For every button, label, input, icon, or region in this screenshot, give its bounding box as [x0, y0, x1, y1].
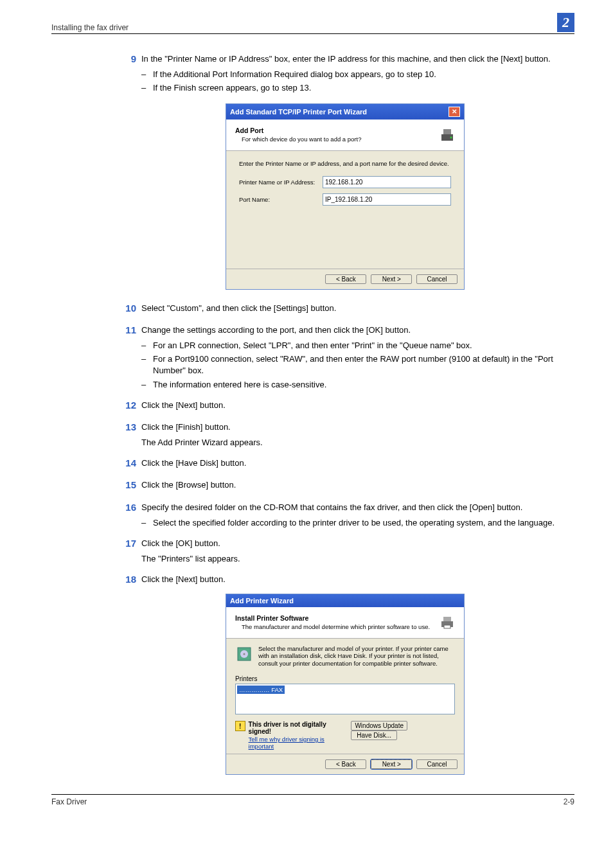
step-note: The "Printers" list appears. — [141, 553, 574, 565]
dialog-subheading: The manufacturer and model determine whi… — [242, 623, 430, 630]
step-text: Click the [Have Disk] button. — [141, 457, 574, 469]
next-button[interactable]: Next > — [371, 274, 412, 284]
dialog-subheading: For which device do you want to add a po… — [242, 136, 361, 143]
dialog-heading: Install Printer Software — [235, 614, 308, 622]
dialog-title: Add Standard TCP/IP Printer Port Wizard — [230, 108, 367, 116]
step-text: In the "Printer Name or IP Address" box,… — [141, 53, 574, 65]
sub-item: For an LPR connection, Select "LPR", and… — [153, 340, 472, 351]
cancel-button[interactable]: Cancel — [416, 274, 458, 284]
dialog-heading: Add Port — [235, 127, 263, 134]
step-text: Click the [Next] button. — [141, 574, 574, 585]
svg-rect-5 — [444, 625, 450, 628]
footer-left: Fax Driver — [51, 797, 87, 806]
page-footer: Fax Driver 2-9 — [51, 794, 574, 806]
ip-address-label: Printer Name or IP Address: — [239, 179, 323, 186]
tcpip-port-wizard-dialog: Add Standard TCP/IP Printer Port Wizard … — [226, 103, 465, 290]
sub-item: For a Port9100 connection, select "RAW",… — [153, 353, 574, 376]
step-number: 12 — [116, 400, 141, 411]
signing-link[interactable]: Tell me why driver signing is important — [249, 736, 349, 750]
back-button[interactable]: < Back — [325, 759, 366, 769]
port-name-label: Port Name: — [239, 196, 323, 203]
svg-rect-1 — [443, 129, 451, 134]
list-item[interactable]: …………… FAX — [237, 686, 285, 694]
have-disk-button[interactable]: Have Disk... — [351, 731, 397, 740]
chapter-number: 2 — [557, 13, 574, 32]
close-icon[interactable]: ✕ — [449, 107, 460, 117]
step-number: 15 — [116, 479, 141, 490]
step-number: 10 — [116, 303, 141, 314]
dialog-info-text: Select the manufacturer and model of you… — [258, 645, 455, 668]
step-number: 17 — [116, 538, 141, 549]
disk-icon — [235, 645, 253, 663]
warning-icon: ! — [235, 721, 245, 731]
network-printer-icon — [437, 125, 458, 145]
svg-rect-4 — [443, 617, 451, 621]
windows-update-button[interactable]: Windows Update — [351, 721, 407, 731]
printers-list[interactable]: …………… FAX — [235, 684, 455, 714]
sub-item: Select the specified folder according to… — [153, 517, 555, 529]
step-number: 16 — [116, 502, 141, 513]
sub-item: If the Additional Port Information Requi… — [153, 69, 436, 80]
step-number: 11 — [116, 324, 141, 335]
step-text: Click the [Browse] button. — [141, 479, 574, 491]
signing-warning: This driver is not digitally signed! — [249, 721, 326, 735]
svg-point-8 — [244, 653, 245, 655]
step-number: 13 — [116, 421, 141, 432]
step-note: The Add Printer Wizard appears. — [141, 437, 574, 448]
dialog-instruction: Enter the Printer Name or IP address, an… — [239, 160, 451, 167]
dialog-title: Add Printer Wizard — [230, 597, 294, 605]
port-name-input[interactable]: IP_192.168.1.20 — [323, 193, 451, 206]
svg-point-2 — [450, 136, 452, 138]
next-button[interactable]: Next > — [371, 759, 412, 769]
add-printer-wizard-dialog: Add Printer Wizard Install Printer Softw… — [226, 594, 465, 775]
step-number: 14 — [116, 457, 141, 468]
step-text: Click the [Next] button. — [141, 400, 574, 411]
step-text: Specify the desired folder on the CD-ROM… — [141, 502, 574, 513]
page-header: Installing the fax driver 2 — [51, 13, 574, 34]
printers-list-label: Printers — [235, 675, 455, 682]
cancel-button[interactable]: Cancel — [416, 759, 458, 769]
step-text: Change the settings according to the por… — [141, 324, 574, 336]
section-title: Installing the fax driver — [51, 23, 129, 32]
sub-item: If the Finish screen appears, go to step… — [153, 82, 311, 94]
printer-icon — [437, 612, 458, 633]
sub-item: The information entered here is case-sen… — [153, 379, 326, 391]
footer-right: 2-9 — [564, 797, 574, 806]
step-text: Click the [OK] button. — [141, 538, 574, 549]
step-number: 18 — [116, 574, 141, 585]
ip-address-input[interactable]: 192.168.1.20 — [323, 176, 451, 188]
back-button[interactable]: < Back — [325, 274, 366, 284]
step-number: 9 — [116, 53, 141, 64]
step-text: Select "Custom", and then click the [Set… — [141, 303, 574, 314]
step-text: Click the [Finish] button. — [141, 421, 574, 433]
